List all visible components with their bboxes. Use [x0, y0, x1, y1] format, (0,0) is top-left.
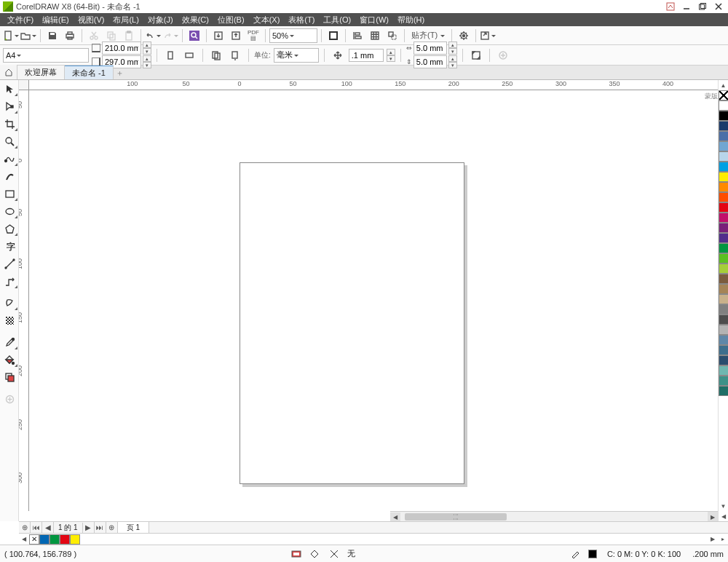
menu-help[interactable]: 帮助(H): [393, 13, 429, 26]
pick-tool[interactable]: [0, 80, 19, 98]
freehand-tool[interactable]: [0, 150, 19, 167]
current-page-button[interactable]: [227, 47, 243, 63]
options-button[interactable]: [456, 28, 472, 44]
quick-customize-button[interactable]: [495, 47, 511, 63]
palette-down-button[interactable]: ▼: [719, 501, 728, 511]
drop-shadow-tool[interactable]: [0, 294, 19, 312]
minipal-right-button[interactable]: ▶: [708, 534, 718, 545]
vertical-ruler[interactable]: 50050100150200250300: [19, 90, 29, 511]
dup-y-input[interactable]: [414, 55, 447, 68]
eyedropper-tool[interactable]: [0, 333, 19, 351]
color-swatch[interactable]: [719, 345, 728, 355]
interactive-fill-tool[interactable]: [0, 351, 19, 368]
add-page-button[interactable]: ⊕: [19, 522, 31, 534]
doc-color-swatch[interactable]: [60, 534, 70, 545]
menu-edit[interactable]: 编辑(E): [38, 13, 74, 26]
ribbon-toggle-icon[interactable]: [664, 1, 677, 12]
color-swatch[interactable]: [719, 131, 728, 141]
menu-table[interactable]: 表格(T): [284, 13, 319, 26]
color-proof-icon[interactable]: [290, 548, 302, 560]
pdf-button[interactable]: PDF▤: [245, 28, 261, 44]
menu-view[interactable]: 视图(V): [74, 13, 109, 26]
next-page-button[interactable]: ▶: [83, 522, 95, 534]
color-swatch[interactable]: [719, 162, 728, 172]
transparency-tool[interactable]: [0, 312, 19, 329]
print-button[interactable]: [62, 28, 78, 44]
menu-window[interactable]: 窗口(W): [355, 13, 393, 26]
menu-text[interactable]: 文本(X): [249, 13, 285, 26]
menu-file[interactable]: 文件(F): [3, 13, 38, 26]
color-swatch[interactable]: [719, 243, 728, 253]
document-tab[interactable]: 未命名 -1: [65, 66, 114, 79]
cut-button[interactable]: [86, 28, 102, 44]
page-width-input[interactable]: [102, 41, 141, 55]
color-swatch[interactable]: [719, 355, 728, 365]
add-tab-button[interactable]: ＋: [114, 66, 127, 79]
paste-button[interactable]: [121, 28, 137, 44]
color-swatch[interactable]: [719, 223, 728, 233]
color-swatch[interactable]: [719, 284, 728, 294]
page-tab[interactable]: 页 1: [118, 522, 149, 534]
connector-tool[interactable]: [0, 272, 19, 290]
paper-size-select[interactable]: A4: [3, 48, 89, 63]
color-swatch[interactable]: [719, 253, 728, 264]
dynamic-guides-button[interactable]: [384, 28, 400, 44]
grid-button[interactable]: [367, 28, 383, 44]
all-pages-button[interactable]: [208, 47, 224, 63]
parallel-dim-tool[interactable]: [0, 255, 19, 272]
color-swatch[interactable]: [719, 151, 728, 162]
color-swatch[interactable]: [719, 202, 728, 213]
minipal-none[interactable]: [29, 534, 39, 545]
import-button[interactable]: [210, 28, 226, 44]
menu-tool[interactable]: 工具(O): [319, 13, 355, 26]
quick-customize-tool[interactable]: [0, 390, 19, 408]
height-spinner[interactable]: ▴▾: [143, 55, 151, 68]
drawing-canvas[interactable]: 蒙版: [29, 90, 718, 511]
color-swatch[interactable]: [719, 304, 728, 314]
color-swatch[interactable]: [719, 213, 728, 223]
color-swatch[interactable]: [719, 294, 728, 304]
launch-button[interactable]: [480, 28, 496, 44]
ruler-corner[interactable]: [19, 80, 29, 90]
new-doc-button[interactable]: [3, 28, 19, 44]
color-swatch[interactable]: [719, 111, 728, 121]
copy-button[interactable]: [103, 28, 119, 44]
open-button[interactable]: [20, 28, 36, 44]
menu-bitmap[interactable]: 位图(B): [213, 13, 249, 26]
nudge-input[interactable]: [349, 49, 384, 62]
crop-tool[interactable]: [0, 115, 19, 132]
welcome-tab[interactable]: 欢迎屏幕: [17, 66, 65, 79]
prev-page-button[interactable]: ◀: [42, 522, 54, 534]
nudge-spinner[interactable]: ▴▾: [387, 49, 395, 62]
color-swatch[interactable]: [719, 121, 728, 131]
menu-object[interactable]: 对象(J): [143, 13, 178, 26]
color-swatch[interactable]: [719, 335, 728, 345]
scroll-right-button[interactable]: ▶: [708, 512, 718, 521]
color-swatch[interactable]: [719, 141, 728, 151]
doc-color-swatch[interactable]: [50, 534, 60, 545]
minipal-left-button[interactable]: ◀: [19, 534, 29, 545]
search-content-button[interactable]: [186, 28, 202, 44]
palette-flyout-button[interactable]: ◀: [719, 511, 728, 521]
outline-color-swatch[interactable]: [588, 550, 597, 558]
add-page-after-button[interactable]: ⊕: [106, 522, 118, 534]
color-swatch[interactable]: [719, 274, 728, 284]
ellipse-tool[interactable]: [0, 202, 19, 220]
fullscreen-button[interactable]: [325, 28, 341, 44]
rectangle-tool[interactable]: [0, 185, 19, 202]
doc-color-swatch[interactable]: [39, 534, 50, 545]
swatch-none[interactable]: [719, 90, 728, 100]
color-swatch[interactable]: [719, 172, 728, 182]
horizontal-ruler[interactable]: 50100050100150200250300350400: [29, 80, 718, 90]
minipal-flyout-button[interactable]: ▸: [718, 534, 728, 545]
shape-tool[interactable]: [0, 98, 19, 115]
outline-pen-icon[interactable]: [569, 548, 581, 560]
treat-as-filled-button[interactable]: [468, 47, 484, 63]
color-swatch[interactable]: [719, 233, 728, 243]
color-swatch[interactable]: [719, 386, 728, 396]
export-button[interactable]: [228, 28, 244, 44]
drawing-page[interactable]: [240, 162, 464, 484]
color-swatch[interactable]: [719, 192, 728, 202]
last-page-button[interactable]: ⏭: [95, 522, 106, 534]
color-swatch[interactable]: [719, 182, 728, 192]
